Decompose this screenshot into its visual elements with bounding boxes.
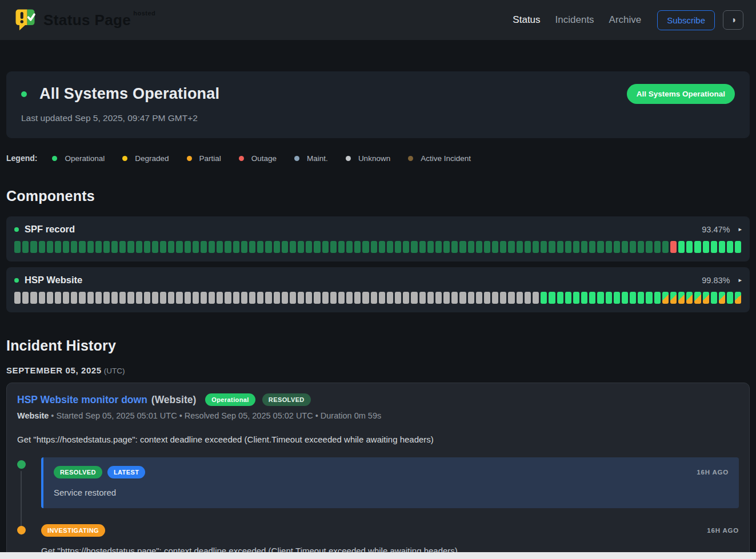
uptime-bar-unknown[interactable] <box>459 292 466 304</box>
uptime-bar-unknown[interactable] <box>152 292 158 304</box>
uptime-bar-unknown[interactable] <box>476 292 482 304</box>
uptime-bar-unknown[interactable] <box>79 292 85 304</box>
uptime-bar-op_old[interactable] <box>30 241 37 253</box>
uptime-bar-unknown[interactable] <box>14 292 21 304</box>
uptime-bar-mixed[interactable] <box>719 292 725 304</box>
uptime-bar-op_old[interactable] <box>193 241 199 253</box>
uptime-bar-op_old[interactable] <box>606 241 612 253</box>
uptime-bar-op_old[interactable] <box>185 241 191 253</box>
uptime-bar-unknown[interactable] <box>443 292 450 304</box>
uptime-bar-unknown[interactable] <box>201 292 207 304</box>
uptime-bar-op_old[interactable] <box>282 241 288 253</box>
uptime-bar-op_old[interactable] <box>274 241 280 253</box>
uptime-bar-op_old[interactable] <box>662 241 669 253</box>
uptime-bar-unknown[interactable] <box>525 292 531 304</box>
uptime-bar-unknown[interactable] <box>95 292 102 304</box>
uptime-bar-unknown[interactable] <box>22 292 29 304</box>
uptime-bar-op_old[interactable] <box>241 241 247 253</box>
uptime-bar-op_old[interactable] <box>395 241 401 253</box>
uptime-bar-unknown[interactable] <box>265 292 271 304</box>
uptime-bar-unknown[interactable] <box>111 292 118 304</box>
uptime-bar-unknown[interactable] <box>127 292 134 304</box>
uptime-bar-unknown[interactable] <box>225 292 231 304</box>
uptime-bar-op_old[interactable] <box>338 241 345 253</box>
uptime-bar-op_old[interactable] <box>55 241 61 253</box>
uptime-bar-unknown[interactable] <box>379 292 385 304</box>
uptime-bar-op_old[interactable] <box>249 241 255 253</box>
uptime-bar-unknown[interactable] <box>298 292 304 304</box>
uptime-bar-op_old[interactable] <box>330 241 337 253</box>
uptime-bar-op_old[interactable] <box>614 241 620 253</box>
uptime-bar-mixed[interactable] <box>686 292 693 304</box>
uptime-bar-op_old[interactable] <box>403 241 409 253</box>
uptime-bar-unknown[interactable] <box>517 292 523 304</box>
uptime-bar-op[interactable] <box>638 292 644 304</box>
uptime-bar-op_old[interactable] <box>217 241 223 253</box>
uptime-bar-op_old[interactable] <box>346 241 353 253</box>
uptime-bar-op_old[interactable] <box>265 241 271 253</box>
uptime-bar-unknown[interactable] <box>451 292 458 304</box>
uptime-bar-op_old[interactable] <box>111 241 118 253</box>
uptime-bar-unknown[interactable] <box>30 292 37 304</box>
uptime-bar-unknown[interactable] <box>346 292 353 304</box>
uptime-bar-op_old[interactable] <box>103 241 110 253</box>
uptime-bar-unknown[interactable] <box>435 292 442 304</box>
uptime-bar-unknown[interactable] <box>533 292 539 304</box>
uptime-bar-op_old[interactable] <box>87 241 94 253</box>
uptime-bar-op[interactable] <box>686 241 693 253</box>
uptime-bar-op_old[interactable] <box>322 241 329 253</box>
uptime-bar-op_old[interactable] <box>257 241 263 253</box>
uptime-bar-unknown[interactable] <box>371 292 377 304</box>
uptime-bar-unknown[interactable] <box>395 292 401 304</box>
uptime-bar-op_old[interactable] <box>630 241 636 253</box>
uptime-bar-op_old[interactable] <box>168 241 174 253</box>
uptime-bar-op[interactable] <box>719 241 725 253</box>
uptime-bar-op[interactable] <box>565 292 571 304</box>
uptime-bar-op_old[interactable] <box>354 241 361 253</box>
uptime-bar-op[interactable] <box>711 292 717 304</box>
uptime-bar-op_old[interactable] <box>144 241 150 253</box>
uptime-bar-op[interactable] <box>573 292 579 304</box>
uptime-bar-mixed[interactable] <box>670 292 677 304</box>
uptime-bar-unknown[interactable] <box>508 292 514 304</box>
uptime-bar-unknown[interactable] <box>233 292 239 304</box>
uptime-bar-op_old[interactable] <box>127 241 134 253</box>
uptime-bar-op_old[interactable] <box>597 241 603 253</box>
uptime-bar-op_old[interactable] <box>646 241 652 253</box>
uptime-bar-op[interactable] <box>694 241 701 253</box>
uptime-bar-unknown[interactable] <box>119 292 126 304</box>
uptime-bar-op_old[interactable] <box>201 241 207 253</box>
uptime-bar-op_old[interactable] <box>160 241 166 253</box>
uptime-bar-unknown[interactable] <box>403 292 409 304</box>
uptime-bar-op_old[interactable] <box>411 241 417 253</box>
uptime-bar-unknown[interactable] <box>484 292 490 304</box>
uptime-bar-op_old[interactable] <box>427 241 434 253</box>
uptime-bar-unknown[interactable] <box>274 292 280 304</box>
uptime-bar-op_old[interactable] <box>484 241 490 253</box>
uptime-bar-op[interactable] <box>646 292 652 304</box>
uptime-bar-op[interactable] <box>606 292 612 304</box>
uptime-bar-outage[interactable] <box>670 241 677 253</box>
nav-link-incidents[interactable]: Incidents <box>555 14 594 26</box>
uptime-bar-op[interactable] <box>727 241 733 253</box>
uptime-bar-op_old[interactable] <box>565 241 571 253</box>
uptime-bar-unknown[interactable] <box>500 292 506 304</box>
uptime-bar-unknown[interactable] <box>136 292 142 304</box>
uptime-bar-unknown[interactable] <box>103 292 110 304</box>
brand[interactable]: Status Page hosted <box>13 6 161 34</box>
uptime-bar-unknown[interactable] <box>362 292 369 304</box>
uptime-bar-unknown[interactable] <box>39 292 45 304</box>
uptime-bar-op[interactable] <box>703 241 709 253</box>
uptime-bar-unknown[interactable] <box>282 292 288 304</box>
uptime-bar-op_old[interactable] <box>508 241 514 253</box>
uptime-bar-mixed[interactable] <box>703 292 709 304</box>
uptime-bar-unknown[interactable] <box>468 292 474 304</box>
uptime-bar-unknown[interactable] <box>427 292 434 304</box>
uptime-bar-op_old[interactable] <box>459 241 466 253</box>
uptime-bar-op_old[interactable] <box>79 241 85 253</box>
uptime-bar-op_old[interactable] <box>95 241 102 253</box>
uptime-bar-unknown[interactable] <box>144 292 150 304</box>
uptime-bar-unknown[interactable] <box>193 292 199 304</box>
uptime-bar-op[interactable] <box>622 292 628 304</box>
nav-link-status[interactable]: Status <box>513 14 540 26</box>
